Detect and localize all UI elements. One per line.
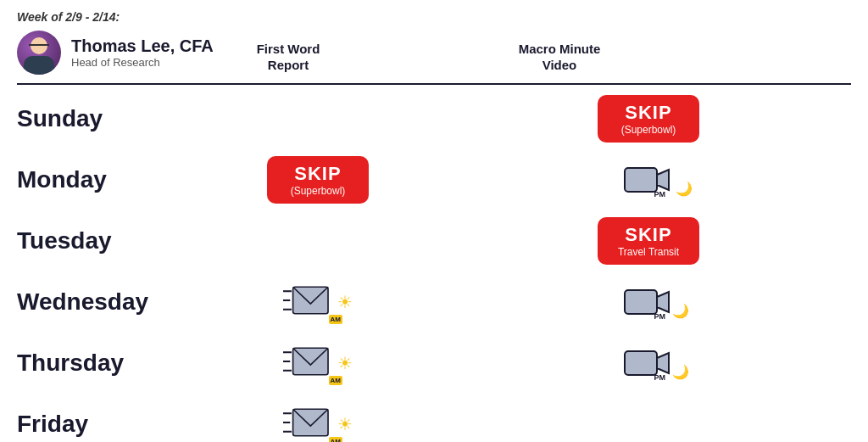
col-header-macro: Macro MinuteVideo	[475, 41, 644, 74]
fw-thursday: AM ☀	[203, 344, 432, 382]
email-icon-thursday: AM ☀	[283, 344, 353, 382]
person-info: Thomas Lee, CFA Head of Research	[71, 36, 224, 69]
skip-sub-tuesday: Travel Transit	[613, 246, 684, 258]
day-monday: Monday	[17, 161, 203, 199]
day-friday: Friday	[17, 406, 203, 442]
skip-badge-monday-fw: SKIP (Superbowl)	[267, 156, 369, 204]
avatar	[17, 31, 61, 75]
svg-marker-1	[657, 170, 669, 190]
envelope-friday: AM	[283, 406, 332, 442]
svg-rect-17	[293, 409, 328, 435]
header-area: Thomas Lee, CFA Head of Research First W…	[17, 31, 851, 83]
envelope-wednesday: AM	[283, 283, 332, 321]
avatar-glasses	[29, 44, 49, 49]
skip-sub-sunday: (Superbowl)	[613, 124, 684, 136]
row-thursday: Thursday AM ☀	[17, 333, 851, 394]
am-badge-thursday: AM	[329, 376, 342, 385]
video-icon-wednesday: PM 🌙	[623, 285, 674, 319]
sun-icon-thursday: ☀	[337, 353, 353, 373]
skip-main-monday-fw: SKIP	[282, 163, 353, 185]
person-name: Thomas Lee, CFA	[71, 36, 224, 56]
row-sunday: Sunday SKIP (Superbowl)	[17, 88, 851, 149]
am-badge-wednesday: AM	[329, 315, 342, 324]
person-header: Thomas Lee, CFA Head of Research	[17, 31, 203, 75]
schedule-grid: Sunday SKIP (Superbowl) Monday SKIP (Sup…	[17, 88, 851, 442]
svg-rect-6	[625, 290, 657, 314]
svg-rect-11	[293, 348, 328, 374]
row-friday: Friday AM ☀	[17, 394, 851, 442]
email-icon-friday: AM ☀	[283, 406, 353, 442]
skip-sub-monday-fw: (Superbowl)	[282, 185, 353, 197]
video-icon-thursday: PM 🌙	[623, 346, 674, 380]
mm-thursday: PM 🌙	[534, 346, 763, 380]
avatar-body	[24, 56, 54, 75]
skip-badge-tuesday-mm: SKIP Travel Transit	[598, 217, 699, 266]
day-thursday: Thursday	[17, 344, 203, 382]
svg-rect-0	[625, 168, 657, 192]
pm-badge-monday: PM	[654, 191, 666, 199]
envelope-svg-wednesday	[283, 283, 332, 317]
skip-main-sunday: SKIP	[613, 102, 684, 124]
mm-tuesday: SKIP Travel Transit	[534, 217, 763, 266]
person-title: Head of Research	[71, 56, 224, 69]
fw-monday: SKIP (Superbowl)	[203, 156, 432, 204]
fw-friday: AM ☀	[203, 406, 432, 442]
moon-icon-monday: 🌙	[676, 181, 693, 197]
mm-wednesday: PM 🌙	[534, 285, 763, 319]
sun-icon-friday: ☀	[337, 414, 353, 434]
video-icon-monday: PM 🌙	[623, 163, 674, 197]
column-headers: First WordReport Macro MinuteVideo	[203, 41, 644, 74]
svg-rect-5	[293, 287, 328, 313]
moon-icon-wednesday: 🌙	[672, 303, 689, 319]
email-icon-wednesday: AM ☀	[283, 283, 353, 321]
camera-svg-wednesday	[623, 285, 674, 319]
row-tuesday: Tuesday SKIP Travel Transit	[17, 210, 851, 271]
envelope-thursday: AM	[283, 344, 332, 382]
col-header-first-word: First WordReport	[203, 41, 373, 74]
fw-wednesday: AM ☀	[203, 283, 432, 321]
pm-badge-thursday: PM	[654, 373, 666, 382]
envelope-svg-friday	[283, 406, 332, 439]
moon-icon-thursday: 🌙	[672, 364, 689, 380]
svg-marker-13	[657, 353, 669, 373]
main-container: Week of 2/9 - 2/14: Thomas Lee, CFA Head…	[0, 0, 868, 442]
mm-monday: PM 🌙	[534, 163, 763, 197]
header-divider	[17, 83, 851, 85]
mm-sunday: SKIP (Superbowl)	[534, 95, 763, 143]
camera-svg-monday	[623, 163, 674, 197]
week-label: Week of 2/9 - 2/14:	[17, 10, 851, 24]
envelope-svg-thursday	[283, 344, 332, 378]
avatar-figure	[17, 31, 61, 75]
svg-rect-12	[625, 351, 657, 375]
sun-icon-wednesday: ☀	[337, 292, 353, 312]
pm-badge-wednesday: PM	[654, 312, 666, 321]
camera-svg-thursday	[623, 346, 674, 380]
skip-badge-sunday-mm: SKIP (Superbowl)	[598, 95, 699, 143]
day-wednesday: Wednesday	[17, 283, 203, 321]
skip-main-tuesday: SKIP	[613, 224, 684, 246]
row-monday: Monday SKIP (Superbowl) PM 🌙	[17, 149, 851, 210]
day-sunday: Sunday	[17, 100, 203, 137]
row-wednesday: Wednesday AM	[17, 271, 851, 333]
svg-marker-7	[657, 292, 669, 312]
am-badge-friday: AM	[329, 437, 342, 442]
day-tuesday: Tuesday	[17, 222, 203, 260]
